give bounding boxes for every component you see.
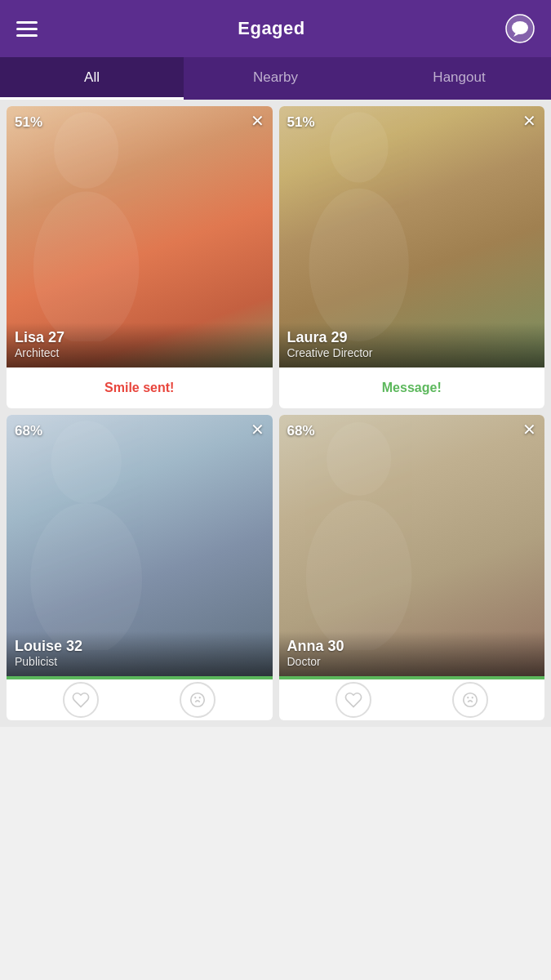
close-button-laura[interactable]: ✕	[522, 113, 536, 129]
heart-button-anna[interactable]	[335, 682, 371, 718]
card-photo-lisa[interactable]: 51% ✕ Lisa 27 Architect	[7, 106, 273, 368]
card-grid: 51% ✕ Lisa 27 Architect Smile sent! 51% …	[0, 100, 551, 727]
svg-point-9	[191, 693, 205, 707]
profile-name-louise: Louise 32	[15, 638, 264, 655]
menu-button[interactable]	[16, 21, 38, 37]
tab-bar: All Nearby Hangout	[0, 57, 551, 100]
close-button-lisa[interactable]: ✕	[251, 113, 264, 129]
close-button-anna[interactable]: ✕	[522, 421, 536, 438]
close-button-louise[interactable]: ✕	[251, 421, 264, 438]
svg-point-14	[463, 693, 477, 707]
card-photo-louise[interactable]: 68% ✕ Louise 32 Publicist	[7, 415, 273, 676]
card-photo-anna[interactable]: 68% ✕ Anna 30 Doctor	[279, 415, 545, 676]
heart-button-louise[interactable]	[63, 682, 99, 718]
profile-name-anna: Anna 30	[287, 638, 537, 655]
message-label: Message!	[382, 381, 442, 395]
profile-name-lisa: Lisa 27	[15, 329, 264, 346]
match-percent-louise: 68%	[15, 423, 42, 439]
card-action-lisa[interactable]: Smile sent!	[7, 368, 273, 408]
profile-name-laura: Laura 29	[287, 329, 537, 346]
tab-hangout[interactable]: Hangout	[367, 57, 551, 100]
tab-all[interactable]: All	[0, 57, 184, 100]
svg-point-7	[51, 421, 121, 503]
profile-job-lisa: Architect	[15, 346, 264, 359]
svg-point-4	[33, 191, 140, 341]
app-title: Egaged	[238, 18, 304, 39]
card-photo-laura[interactable]: 51% ✕ Laura 29 Creative Director	[279, 106, 545, 368]
profile-job-laura: Creative Director	[287, 346, 537, 359]
card-louise: 68% ✕ Louise 32 Publicist	[7, 415, 273, 720]
app-header: Egaged	[0, 0, 551, 57]
dislike-button-louise[interactable]	[180, 682, 216, 718]
svg-point-5	[329, 112, 388, 182]
svg-point-8	[30, 503, 142, 650]
svg-point-6	[309, 189, 408, 341]
smile-sent-label: Smile sent!	[104, 381, 174, 395]
chat-button[interactable]	[505, 14, 535, 43]
match-percent-laura: 51%	[287, 114, 315, 131]
tab-nearby[interactable]: Nearby	[184, 57, 367, 100]
card-laura: 51% ✕ Laura 29 Creative Director Message…	[279, 106, 545, 408]
dislike-button-anna[interactable]	[452, 682, 488, 718]
svg-point-1	[512, 21, 528, 34]
match-percent-lisa: 51%	[15, 114, 42, 131]
svg-point-3	[54, 112, 118, 189]
svg-point-13	[305, 500, 411, 650]
profile-job-anna: Doctor	[287, 655, 537, 668]
card-anna: 68% ✕ Anna 30 Doctor	[279, 415, 545, 720]
match-percent-anna: 68%	[287, 423, 315, 439]
svg-point-12	[327, 422, 391, 496]
card-lisa: 51% ✕ Lisa 27 Architect Smile sent!	[7, 106, 273, 408]
card-action-laura[interactable]: Message!	[279, 368, 545, 408]
card-action-anna	[279, 679, 545, 720]
card-action-louise	[7, 679, 273, 720]
profile-job-louise: Publicist	[15, 655, 264, 668]
